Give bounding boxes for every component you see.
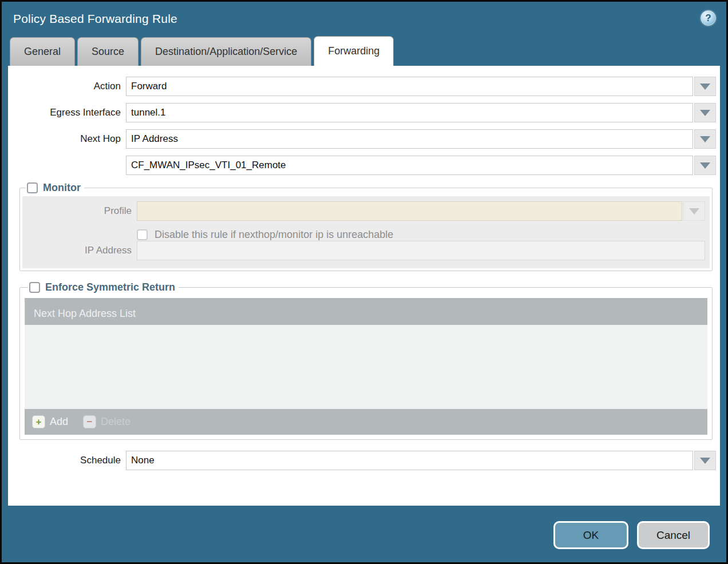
dialog-titlebar: Policy Based Forwarding Rule ? [2, 2, 726, 36]
monitor-ip-address-field [137, 241, 705, 260]
egress-interface-label: Egress Interface [8, 107, 126, 118]
disable-rule-label: Disable this rule if nexthop/monitor ip … [155, 229, 393, 241]
chevron-down-icon [700, 110, 710, 116]
ok-button[interactable]: OK [553, 521, 628, 549]
disable-rule-checkbox [137, 229, 148, 240]
enforce-symmetric-return-fieldset: Enforce Symmetric Return Next Hop Addres… [19, 281, 713, 440]
monitor-legend-label: Monitor [43, 182, 81, 194]
tab-general[interactable]: General [10, 37, 75, 66]
schedule-input[interactable] [126, 451, 693, 470]
minus-icon: − [83, 415, 96, 428]
next-hop-address-table-toolbar: + Add − Delete [25, 409, 707, 435]
next-hop-address-list-column-header[interactable]: Next Hop Address List [25, 302, 707, 325]
next-hop-label: Next Hop [8, 133, 126, 145]
chevron-down-icon [689, 208, 699, 215]
next-hop-address-field [126, 156, 716, 175]
monitor-checkbox[interactable] [27, 182, 38, 193]
enforce-symmetric-return-legend-label: Enforce Symmetric Return [45, 281, 175, 293]
action-field [126, 77, 716, 96]
dialog-title: Policy Based Forwarding Rule [13, 12, 177, 26]
delete-button: − Delete [83, 415, 130, 428]
next-hop-address-input[interactable] [126, 156, 693, 175]
schedule-dropdown-button[interactable] [694, 451, 716, 470]
delete-button-label: Delete [101, 416, 130, 428]
monitor-fieldset: Monitor Profile Disable this rule if nex… [19, 182, 713, 271]
action-input[interactable] [126, 77, 693, 96]
next-hop-type-input[interactable] [126, 129, 693, 149]
tab-destination-application-service[interactable]: Destination/Application/Service [141, 37, 311, 66]
chevron-down-icon [700, 458, 710, 464]
profile-dropdown-button [683, 201, 705, 221]
tab-source[interactable]: Source [77, 37, 139, 66]
egress-interface-field [126, 103, 716, 122]
schedule-label: Schedule [8, 455, 126, 466]
enforce-symmetric-return-checkbox[interactable] [29, 282, 40, 293]
monitor-ip-address-label: IP Address [22, 245, 137, 256]
monitor-ip-address-input [137, 241, 705, 260]
policy-based-forwarding-dialog: Policy Based Forwarding Rule ? General S… [0, 0, 728, 564]
schedule-row: Schedule [8, 451, 716, 470]
egress-interface-dropdown-button[interactable] [694, 103, 716, 122]
add-button[interactable]: + Add [32, 415, 68, 428]
next-hop-field [126, 129, 716, 149]
next-hop-address-row [8, 156, 716, 175]
forwarding-tab-panel: Action Egress Interface Next Hop [8, 66, 720, 506]
profile-input [137, 201, 682, 221]
action-row: Action [8, 77, 716, 96]
plus-icon: + [32, 415, 45, 428]
profile-label: Profile [22, 205, 137, 217]
monitor-panel: Profile Disable this rule if nexthop/mon… [22, 196, 710, 268]
next-hop-dropdown-button[interactable] [694, 129, 716, 149]
egress-interface-row: Egress Interface [8, 103, 716, 122]
enforce-symmetric-return-legend: Enforce Symmetric Return [28, 281, 179, 293]
action-dropdown-button[interactable] [694, 77, 716, 96]
monitor-legend: Monitor [26, 182, 84, 194]
egress-interface-input[interactable] [126, 103, 693, 122]
chevron-down-icon [700, 162, 710, 169]
action-label: Action [8, 81, 126, 92]
profile-row: Profile [22, 201, 705, 221]
chevron-down-icon [700, 84, 710, 90]
schedule-field [126, 451, 716, 470]
monitor-ip-address-row: IP Address [22, 241, 705, 260]
cancel-button[interactable]: Cancel [637, 521, 710, 549]
disable-rule-row: Disable this rule if nexthop/monitor ip … [137, 229, 705, 241]
next-hop-address-table: Next Hop Address List + Add − Delete [25, 298, 707, 435]
tab-bar: General Source Destination/Application/S… [2, 36, 726, 66]
dialog-footer: OK Cancel [2, 507, 726, 562]
add-button-label: Add [50, 416, 68, 428]
chevron-down-icon [700, 136, 710, 142]
next-hop-address-dropdown-button[interactable] [694, 156, 716, 175]
help-icon[interactable]: ? [701, 10, 716, 26]
profile-field [137, 201, 705, 221]
next-hop-row: Next Hop [8, 129, 716, 149]
tab-forwarding[interactable]: Forwarding [314, 36, 394, 66]
next-hop-address-table-body[interactable] [25, 325, 707, 409]
